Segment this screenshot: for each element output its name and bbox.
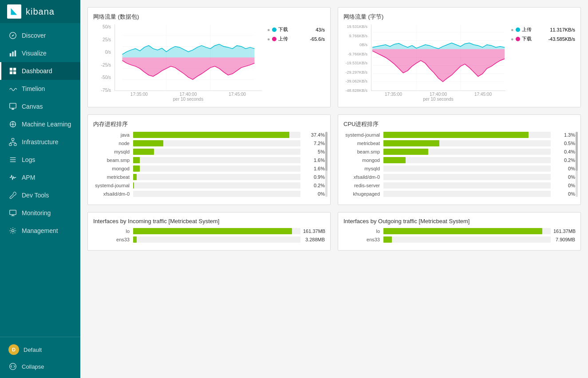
bar-label: xfsaild/dm-0	[343, 174, 383, 180]
y-label: -48.828KB/s	[343, 88, 367, 93]
download-bytes-label: 下载	[522, 35, 532, 42]
toggle-upload-packets[interactable]: ●	[267, 36, 270, 42]
list-item: ens337.909MB	[343, 236, 575, 243]
list-item: mongod0.2%	[343, 157, 575, 163]
y-label: 9.766KB/s	[343, 34, 367, 38]
download-bytes-value: -43.585KB/s	[548, 36, 575, 42]
timelion-label: Timelion	[22, 85, 45, 92]
outgoing-title: Interfaces by Outgoing traffic [Metricbe…	[343, 218, 575, 224]
bar-track	[133, 157, 300, 163]
bar-value: 7.2%	[300, 141, 325, 146]
outgoing-bar-chart: lo161.37MBens337.909MB	[343, 228, 575, 243]
wave-icon	[8, 84, 17, 93]
sidebar-item-infrastructure[interactable]: Infrastructure	[0, 133, 80, 151]
cpu-scrollbar-thumb[interactable]	[576, 132, 578, 171]
y-label: -9.766KB/s	[343, 52, 367, 56]
y-label: 19.531KB/s	[343, 24, 367, 29]
brain-icon	[8, 120, 17, 129]
list-item: khugepaged0%	[343, 191, 575, 197]
memory-bar-chart: java37.4%node7.2%mysqld5%beam.smp1.6%mon…	[93, 132, 325, 197]
bar-fill	[383, 140, 439, 146]
bar-track	[383, 182, 551, 189]
x-label: 17:45:00	[229, 92, 246, 97]
sidebar-item-visualize[interactable]: Visualize	[0, 44, 80, 62]
y-label: 50/s	[93, 24, 111, 29]
bar-fill	[133, 140, 163, 146]
svg-rect-10	[13, 71, 16, 74]
bar-fill	[133, 149, 154, 155]
sidebar-item-devtools[interactable]: Dev Tools	[0, 186, 80, 204]
bar-label: lo	[343, 228, 383, 234]
packets-chart-svg	[114, 24, 262, 91]
bar-track	[133, 132, 300, 138]
user-label: Default	[24, 346, 42, 353]
sidebar-item-monitoring[interactable]: Monitoring	[0, 204, 80, 222]
bar-track	[383, 165, 551, 172]
y-label: -29.297KB/s	[343, 70, 367, 75]
cpu-scrollbar-track[interactable]	[576, 132, 578, 197]
toggle-download-bytes[interactable]: ●	[511, 36, 514, 42]
sidebar-item-dashboard[interactable]: Dashboard	[0, 62, 80, 80]
svg-rect-11	[10, 103, 16, 108]
list-item: redis-server0%	[343, 182, 575, 189]
upload-legend-label: 上传	[278, 35, 288, 42]
visualize-label: Visualize	[22, 50, 47, 57]
sidebar-item-ml[interactable]: Machine Learning	[0, 115, 80, 133]
toggle-upload-bytes[interactable]: ●	[511, 27, 514, 32]
download-bytes-dot	[516, 37, 520, 41]
bar-value: 0.2%	[551, 158, 575, 163]
main-content: 网络流量 (数据包) 50/s 25/s 0/s -25/s -50/s -75…	[80, 0, 588, 378]
bar-label: mysqld	[93, 149, 133, 154]
upload-bytes-value: 11.317KB/s	[550, 27, 575, 32]
network-packets-title: 网络流量 (数据包)	[93, 13, 325, 21]
sidebar-item-user[interactable]: D Default	[0, 341, 80, 358]
sidebar-item-canvas[interactable]: Canvas	[0, 98, 80, 115]
sidebar-navigation: Discover Visualize Dashboard Timelion	[0, 23, 80, 337]
memory-scrollbar-track[interactable]	[325, 132, 328, 197]
bar-value: 0%	[300, 191, 325, 197]
network-bytes-panel: 网络流量 (字节) 19.531KB/s 9.766KB/s 0B/s -9.7…	[338, 7, 581, 107]
bar-value: 161.37MB	[551, 228, 575, 234]
monitoring-label: Monitoring	[22, 209, 51, 217]
interfaces-grid: Interfaces by Incoming traffic [Metricbe…	[87, 212, 581, 251]
svg-marker-52	[372, 43, 505, 49]
list-item: node7.2%	[93, 140, 325, 146]
x-label: 17:45:00	[474, 92, 492, 97]
memory-scrollbar-thumb[interactable]	[325, 132, 328, 171]
upload-legend-value: -65.6/s	[310, 36, 325, 42]
bar-value: 0%	[551, 191, 575, 197]
svg-rect-8	[13, 68, 16, 71]
upload-bytes-dot	[516, 28, 520, 32]
svg-marker-0	[11, 8, 17, 15]
bar-label: metricbeat	[343, 141, 383, 146]
bar-fill	[133, 174, 137, 180]
bar-chart-icon	[8, 49, 17, 58]
upload-legend-dot	[272, 37, 276, 41]
sidebar-item-collapse[interactable]: Collapse	[0, 358, 80, 374]
bar-value: 1.6%	[300, 166, 325, 171]
sidebar-item-discover[interactable]: Discover	[0, 27, 80, 44]
incoming-traffic-panel: Interfaces by Incoming traffic [Metricbe…	[87, 212, 331, 251]
ml-label: Machine Learning	[22, 121, 71, 128]
list-item: mongod1.6%	[93, 165, 325, 172]
x-label: 17:35:00	[130, 92, 148, 97]
bar-track	[383, 228, 551, 234]
bar-track	[133, 149, 300, 155]
bar-label: systemd-journal	[343, 132, 383, 138]
bar-value: 3.288MB	[300, 237, 325, 242]
sidebar-item-logs[interactable]: Logs	[0, 151, 80, 169]
bar-track	[383, 191, 551, 197]
sidebar-item-timelion[interactable]: Timelion	[0, 80, 80, 98]
sidebar-item-management[interactable]: Management	[0, 222, 80, 240]
svg-point-32	[12, 229, 14, 232]
y-label: -75/s	[93, 88, 111, 93]
y-label: 0/s	[93, 50, 111, 55]
svg-marker-42	[122, 58, 255, 80]
y-label: -25/s	[93, 63, 111, 67]
svg-rect-6	[15, 51, 16, 57]
svg-rect-5	[12, 51, 14, 56]
sidebar-item-apm[interactable]: APM	[0, 169, 80, 186]
bar-label: mysqld	[343, 166, 383, 171]
toggle-download-packets[interactable]: ●	[267, 27, 270, 32]
memory-title: 内存进程排序	[93, 120, 325, 128]
